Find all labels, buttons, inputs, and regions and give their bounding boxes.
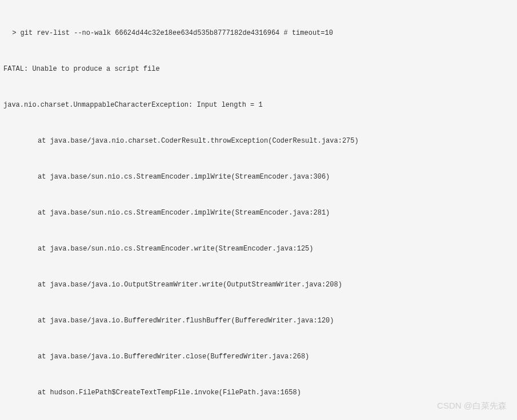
git-command-line: > git rev-list --no-walk 66624d44c32e18e… — [3, 27, 514, 39]
stack-trace-line: at java.base/sun.nio.cs.StreamEncoder.im… — [3, 207, 514, 219]
stack-trace-line: at hudson.FilePath$CreateTextTempFile.in… — [3, 387, 514, 399]
stack-trace-line: at java.base/sun.nio.cs.StreamEncoder.im… — [3, 171, 514, 183]
stack-trace-line: at java.base/java.io.BufferedWriter.clos… — [3, 351, 514, 363]
stack-trace-line: at java.base/java.io.OutputStreamWriter.… — [3, 279, 514, 291]
stack-trace-line: at java.base/java.nio.charset.CoderResul… — [3, 135, 514, 147]
exception-line: java.nio.charset.UnmappableCharacterExce… — [3, 99, 514, 111]
fatal-line: FATAL: Unable to produce a script file — [3, 63, 514, 75]
console-log: > git rev-list --no-walk 66624d44c32e18e… — [3, 3, 514, 420]
stack-trace-line: at java.base/sun.nio.cs.StreamEncoder.wr… — [3, 243, 514, 255]
stack-trace-line: at java.base/java.io.BufferedWriter.flus… — [3, 315, 514, 327]
